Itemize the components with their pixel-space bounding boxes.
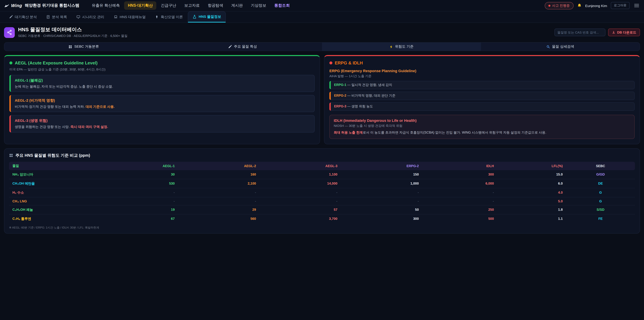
page-header: HNS 물질정보 데이터베이스 SEBC 거동분류 · CHRIS/CAMEO … — [0, 23, 644, 41]
cell-lfl: 6.0 — [497, 179, 566, 188]
section-tab-strip: SEBC 거동분류 주요 물질 특성 위험도 기준 물질 상세검색 — [4, 42, 640, 51]
tab-label: 시나리오 관리 — [82, 15, 104, 19]
brand-title: 해양환경 위기대응 통합시스템 — [25, 3, 79, 9]
cell-lfl: 5.0 — [497, 197, 566, 205]
cell-idlh: 500 — [422, 214, 497, 223]
table-header-row: 물질 AEGL-1 AEGL-2 AEGL-3 ERPG-2 IDLH LFL(… — [9, 162, 635, 170]
pencil-icon — [228, 45, 232, 49]
cell-erpg2: 300 — [341, 214, 422, 223]
substance-name: C₆H₅OH 페놀 — [9, 205, 103, 214]
cell-idlh: - — [422, 197, 497, 205]
nav-item-hns-atmospheric[interactable]: HNS·대기확산 — [124, 1, 156, 10]
incident-dot-icon — [548, 5, 550, 7]
tab-label: 분석 목록 — [52, 15, 67, 19]
nav-item-emergency-rescue[interactable]: 긴급구난 — [157, 1, 180, 10]
menu-icon[interactable] — [633, 3, 640, 8]
aegl-level-1-card: AEGL-1 (불쾌감) 눈에 띄는 불쾌감, 자극 또는 비감각적 증상. 노… — [10, 75, 314, 92]
cell-aegl2: 160 — [178, 170, 260, 179]
table-row-ammonia: NH₃ 암모니아 30 160 1,100 150 300 15.0 G/GD — [9, 170, 635, 179]
aegl-panel-subtitle: 미국 EPA — 일반인 급성 노출 기준 (10분, 30분, 60분, 4시… — [10, 68, 314, 72]
hazard-comparison-table: 물질 AEGL-1 AEGL-2 AEGL-3 ERPG-2 IDLH LFL(… — [9, 162, 635, 223]
cell-aegl3: 14,000 — [260, 179, 341, 188]
search-icon — [546, 45, 550, 49]
red-dot-icon — [330, 61, 332, 65]
molecule-share-icon — [6, 30, 12, 35]
section-tab-detail-search[interactable]: 물질 상세검색 — [481, 43, 640, 51]
tab-hns-response-manual[interactable]: HNS 대응매뉴얼 — [109, 12, 150, 23]
aegl-level-name: AEGL-2 (비가역적 영향) — [15, 98, 310, 103]
nav-item-integrated-search[interactable]: 통합조회 — [271, 1, 294, 10]
cell-lfl: 1.1 — [497, 214, 566, 223]
nav-item-oil-spill-prediction[interactable]: 유출유 확산예측 — [88, 1, 124, 10]
cell-aegl1: - — [103, 197, 178, 205]
nav-item-weather-info[interactable]: 기상정보 — [247, 1, 270, 10]
tab-scenario-management[interactable]: 시나리오 관리 — [72, 12, 109, 23]
cell-aegl1: 530 — [103, 179, 178, 188]
cell-sebc: G/GD — [566, 170, 635, 179]
table-row-toluene: C₇H₈ 톨루엔 67 560 3,700 300 500 1.1 FE — [9, 214, 635, 223]
cell-aegl1: 19 — [103, 205, 178, 214]
logout-button[interactable]: 로그아웃 — [611, 2, 630, 9]
page-title-block: HNS 물질정보 데이터베이스 SEBC 거동분류 · CHRIS/CAMEO … — [18, 27, 128, 38]
laptop-icon — [114, 15, 118, 19]
erpg-level-1-card: ERPG-1 — 일시적 건강 영향, 냄새 감지 — [330, 81, 634, 89]
cell-sebc: DE — [566, 179, 635, 188]
brand[interactable]: Wing 해양환경 위기대응 통합시스템 — [4, 3, 79, 9]
incident-status-badge: 사고 진행중 — [545, 2, 574, 9]
cell-lfl: 4.0 — [497, 188, 566, 197]
section-tab-substance-properties[interactable]: 주요 물질 특성 — [163, 43, 322, 51]
tab-hns-substance-info[interactable]: HNS 물질정보 — [188, 12, 226, 23]
cell-aegl2: - — [178, 197, 260, 205]
col-header-aegl3: AEGL-3 — [260, 162, 341, 170]
erpg-panel-title: ERPG & IDLH — [330, 60, 634, 66]
aegl-level-desc: 비가역적·장기적 건강 영향 또는 대피 능력 저하. 대피 기준으로 사용. — [15, 104, 310, 109]
cell-idlh: - — [422, 188, 497, 197]
cell-lfl: 15.0 — [497, 170, 566, 179]
table-title: 주요 HNS 물질별 위험도 기준 비교 (ppm) — [9, 153, 635, 158]
substance-search-input[interactable] — [554, 29, 606, 36]
flask-icon — [193, 15, 197, 19]
erpg-level-2-card: ERPG-2 — 비가역적 영향, 대피 판단 기준 — [330, 92, 634, 100]
col-header-erpg2: ERPG-2 — [341, 162, 422, 170]
tab-label: 대기확산 분석 — [15, 15, 37, 19]
cell-sebc: FE — [566, 214, 635, 223]
notification-bell-icon[interactable] — [577, 3, 582, 8]
nav-item-board[interactable]: 게시판 — [228, 1, 246, 10]
cell-aegl3: 57 — [260, 205, 341, 214]
substance-name: CH₄ LNG — [9, 197, 103, 205]
database-icon — [4, 27, 15, 38]
section-tab-label: 주요 물질 특성 — [234, 44, 257, 49]
nav-item-aerial-search[interactable]: 항공탐색 — [204, 1, 227, 10]
aegl-level-desc: 생명을 위협하는 건강 영향 또는 사망. 즉시 대피·격리 구역 설정. — [15, 125, 310, 129]
main-nav: 유출유 확산예측 HNS·대기확산 긴급구난 보고자료 항공탐색 게시판 기상정… — [88, 1, 294, 10]
erpg-heading: ERPG (Emergency Response Planning Guidel… — [330, 69, 634, 73]
substance-name: NH₃ 암모니아 — [9, 170, 103, 179]
cell-aegl3: - — [260, 197, 341, 205]
document-icon — [46, 15, 50, 19]
grid-icon — [68, 45, 72, 49]
db-download-button[interactable]: DB 다운로드 — [608, 29, 640, 36]
section-tab-sebc-classification[interactable]: SEBC 거동분류 — [4, 43, 163, 51]
aegl-level-name: AEGL-3 (생명 위험) — [15, 118, 310, 123]
pen-nib-icon — [155, 15, 159, 19]
section-tab-risk-criteria[interactable]: 위험도 기준 — [322, 43, 481, 51]
pencil-icon — [9, 15, 13, 19]
criteria-panels: AEGL (Acute Exposure Guideline Level) 미국… — [4, 55, 640, 144]
erpg-idlh-panel: ERPG & IDLH ERPG (Emergency Response Pla… — [324, 55, 640, 144]
tab-diffusion-model-theory[interactable]: 확산모델 이론 — [151, 12, 187, 23]
tab-analysis-list[interactable]: 분석 목록 — [42, 12, 72, 23]
cell-erpg2: 150 — [341, 170, 422, 179]
cell-sebc: G — [566, 197, 635, 205]
cell-idlh: 250 — [422, 205, 497, 214]
cell-aegl3: 3,700 — [260, 214, 341, 223]
cell-aegl3: - — [260, 188, 341, 197]
cell-lfl: 1.8 — [497, 205, 566, 214]
idlh-description: 최대 허용 노출 한계로서 이 농도를 초과하면 자급식 호흡장치(SCBA) … — [334, 130, 630, 135]
nav-item-reports[interactable]: 보고자료 — [180, 1, 204, 10]
user-name: Eunjeong Kim — [585, 4, 607, 8]
table-row-lng: CH₄ LNG - - - - - 5.0 G — [9, 197, 635, 205]
aegl-panel-title: AEGL (Acute Exposure Guideline Level) — [10, 60, 314, 66]
section-tab-label: SEBC 거동분류 — [74, 44, 99, 49]
tab-atmospheric-analysis[interactable]: 대기확산 분석 — [5, 12, 41, 23]
section-tab-label: 물질 상세검색 — [552, 44, 574, 49]
